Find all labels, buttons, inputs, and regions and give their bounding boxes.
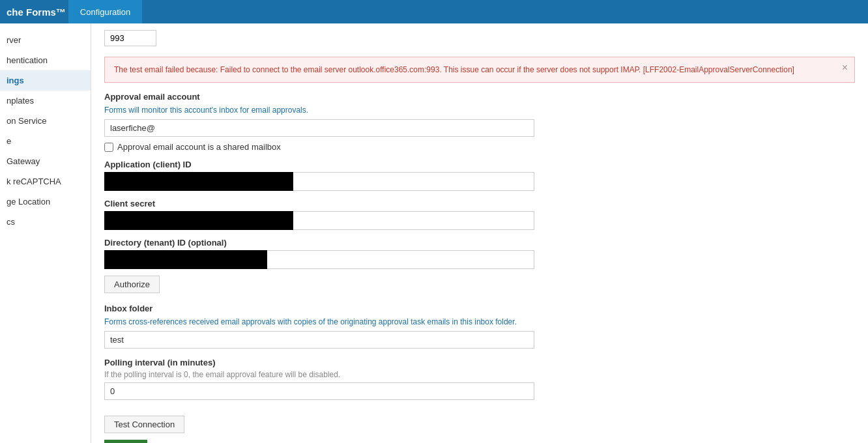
- sidebar-item-on-service[interactable]: on Service: [0, 111, 91, 131]
- directory-tenant-id-masked: [104, 250, 267, 269]
- client-secret-wrapper: [104, 211, 534, 230]
- sidebar-item-authentication[interactable]: hentication: [0, 50, 91, 70]
- approval-email-hint: Forms will monitor this account's inbox …: [104, 104, 855, 116]
- inbox-folder-hint: Forms cross-references received email ap…: [104, 316, 855, 328]
- client-secret-masked: [104, 211, 293, 230]
- inbox-folder-input[interactable]: [104, 331, 534, 349]
- sidebar-item-e[interactable]: e: [0, 131, 91, 151]
- alert-message: The test email failed because: Failed to…: [114, 65, 794, 74]
- port-input[interactable]: [104, 30, 156, 46]
- alert-error: The test email failed because: Failed to…: [104, 57, 855, 83]
- layout: rver hentication ings nplates on Service…: [0, 23, 868, 443]
- sidebar-item-ge-location[interactable]: ge Location: [0, 192, 91, 212]
- alert-close-button[interactable]: ×: [842, 63, 848, 73]
- app-client-id-remaining[interactable]: [293, 172, 534, 191]
- sidebar-item-server[interactable]: rver: [0, 30, 91, 50]
- directory-tenant-id-wrapper: [104, 250, 534, 269]
- shared-mailbox-label: Approval email account is a shared mailb…: [117, 142, 281, 152]
- sidebar-item-recaptcha[interactable]: k reCAPTCHA: [0, 171, 91, 192]
- approval-email-label: Approval email account: [104, 92, 855, 102]
- app-client-id-label: Application (client) ID: [104, 160, 855, 169]
- save-button[interactable]: Save: [104, 440, 147, 443]
- inbox-folder-label: Inbox folder: [104, 304, 855, 313]
- directory-tenant-id-remaining[interactable]: [267, 250, 534, 269]
- sidebar-item-cs[interactable]: cs: [0, 212, 91, 232]
- brand-name: che Forms™: [7, 7, 66, 18]
- shared-mailbox-checkbox[interactable]: [104, 143, 113, 152]
- configuration-tab[interactable]: Configuration: [68, 0, 142, 23]
- main-content: The test email failed because: Failed to…: [91, 23, 868, 443]
- polling-interval-input[interactable]: [104, 382, 534, 400]
- authorize-button[interactable]: Authorize: [104, 276, 160, 293]
- polling-interval-hint: If the polling interval is 0, the email …: [104, 370, 855, 379]
- sidebar-item-templates[interactable]: nplates: [0, 91, 91, 111]
- save-row: Save: [104, 433, 855, 443]
- actions-row: Test Connection: [104, 409, 855, 433]
- test-connection-button[interactable]: Test Connection: [104, 416, 184, 433]
- app-client-id-masked: [104, 172, 293, 191]
- sidebar-item-settings[interactable]: ings: [0, 70, 91, 91]
- client-secret-label: Client secret: [104, 199, 855, 208]
- sidebar-item-gateway[interactable]: Gateway: [0, 151, 91, 171]
- directory-tenant-id-label: Directory (tenant) ID (optional): [104, 238, 855, 248]
- polling-interval-label: Polling interval (in minutes): [104, 358, 855, 367]
- client-secret-remaining[interactable]: [293, 211, 534, 230]
- approval-email-input[interactable]: [104, 119, 534, 137]
- sidebar: rver hentication ings nplates on Service…: [0, 23, 91, 443]
- app-client-id-wrapper: [104, 172, 534, 191]
- top-nav: che Forms™ Configuration: [0, 0, 868, 23]
- shared-mailbox-row: Approval email account is a shared mailb…: [104, 142, 855, 152]
